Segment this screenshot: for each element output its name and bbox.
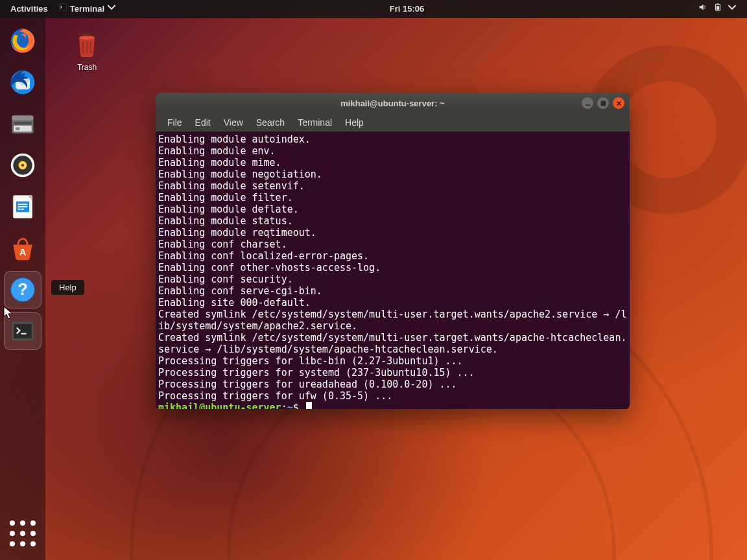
dock-firefox[interactable] (5, 23, 40, 58)
terminal-menubar: File Edit View Search Terminal Help (156, 113, 630, 132)
chevron-down-icon (107, 0, 116, 18)
terminal-body[interactable]: Enabling module autoindex. Enabling modu… (156, 132, 630, 409)
svg-text:?: ? (18, 280, 28, 298)
clock[interactable]: Fri 15:06 (385, 0, 429, 18)
svg-rect-4 (717, 6, 719, 10)
svg-rect-20 (18, 209, 24, 210)
window-minimize-button[interactable] (582, 97, 593, 109)
svg-rect-27 (21, 333, 26, 334)
svg-rect-11 (16, 128, 19, 131)
prompt-path: ~ (287, 402, 293, 409)
svg-text:A: A (19, 247, 27, 257)
window-maximize-button[interactable] (597, 97, 609, 109)
trash-icon (71, 52, 102, 62)
terminal-icon (58, 0, 67, 18)
activities-button[interactable]: Activities (5, 0, 53, 18)
topbar-app-label: Terminal (70, 0, 104, 18)
svg-point-15 (21, 164, 24, 167)
dock-ubuntu-software[interactable]: A (5, 231, 40, 266)
prompt-suffix: $ (293, 402, 299, 409)
window-titlebar[interactable]: mikhail@ubuntu-server: ~ (156, 93, 630, 113)
dock-rhythmbox[interactable] (5, 148, 40, 183)
svg-rect-9 (14, 122, 32, 124)
window-close-button[interactable] (613, 97, 624, 109)
svg-point-22 (11, 278, 35, 302)
dock-libreoffice-writer[interactable] (5, 189, 40, 224)
volume-icon (698, 0, 707, 18)
svg-rect-29 (83, 34, 91, 36)
desktop-trash-label: Trash (61, 63, 113, 72)
svg-rect-3 (717, 3, 719, 5)
terminal-cursor (306, 402, 312, 409)
desktop-trash[interactable]: Trash (61, 29, 113, 72)
svg-rect-1 (60, 5, 67, 10)
menu-edit[interactable]: Edit (189, 115, 217, 130)
svg-point-23 (11, 278, 35, 302)
show-applications-button[interactable] (5, 516, 40, 551)
top-panel: Activities Terminal Fri 15:06 (0, 0, 747, 18)
dock-thunderbird[interactable] (5, 65, 40, 100)
mouse-cursor (3, 306, 14, 320)
dock-help[interactable]: ? (5, 272, 40, 307)
tooltip: Help (51, 280, 84, 295)
terminal-output: Enabling module autoindex. Enabling modu… (158, 134, 626, 402)
menu-help[interactable]: Help (338, 115, 370, 130)
battery-icon (713, 0, 722, 18)
menu-file[interactable]: File (161, 115, 189, 130)
svg-rect-25 (12, 321, 34, 340)
svg-rect-26 (14, 324, 32, 338)
terminal-window: mikhail@ubuntu-server: ~ File Edit View … (156, 93, 630, 409)
window-title: mikhail@ubuntu-server: ~ (156, 99, 630, 108)
svg-rect-31 (601, 101, 605, 105)
dock-files[interactable] (5, 106, 40, 141)
prompt-user-host: mikhail@ubuntu-server (158, 402, 281, 409)
topbar-app-menu[interactable]: Terminal (53, 0, 121, 18)
menu-terminal[interactable]: Terminal (291, 115, 338, 130)
svg-rect-30 (585, 104, 589, 106)
svg-rect-18 (18, 204, 28, 205)
prompt-colon: : (281, 402, 287, 409)
menu-search[interactable]: Search (250, 115, 291, 130)
chevron-down-icon (728, 0, 737, 18)
svg-rect-8 (12, 115, 34, 120)
status-area[interactable] (693, 0, 742, 18)
menu-view[interactable]: View (217, 115, 250, 130)
dock: A ? (0, 18, 45, 560)
svg-rect-19 (18, 206, 28, 207)
